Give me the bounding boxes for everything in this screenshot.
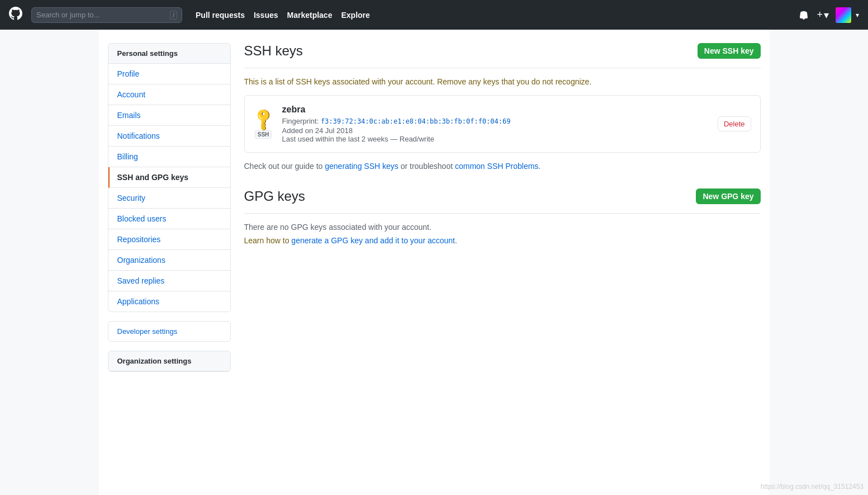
sidebar-item-account[interactable]: Account	[108, 84, 230, 105]
sidebar-item-applications[interactable]: Applications	[108, 291, 230, 312]
no-gpg-keys-text: There are no GPG keys associated with yo…	[244, 223, 761, 232]
key-fingerprint: Fingerprint: f3:39:72:34:0c:ab:e1:e8:04:…	[282, 117, 709, 125]
slash-shortcut: /	[170, 11, 177, 20]
guide-middle: or troubleshoot	[399, 162, 455, 171]
nav-issues[interactable]: Issues	[254, 11, 278, 20]
key-icon: 🔑	[250, 105, 277, 132]
sidebar-item-repositories[interactable]: Repositories	[108, 229, 230, 250]
fingerprint-value: f3:39:72:34:0c:ab:e1:e8:04:bb:3b:fb:0f:f…	[321, 117, 511, 125]
gpg-section-header: GPG keys New GPG key	[244, 188, 761, 214]
generate-gpg-key-link[interactable]: generate a GPG key and add it to your ac…	[291, 236, 455, 245]
organization-settings-section: Organization settings	[108, 351, 231, 372]
new-gpg-key-button[interactable]: New GPG key	[696, 188, 760, 204]
sidebar: Personal settings Profile Account Emails…	[108, 43, 231, 482]
page-layout: Personal settings Profile Account Emails…	[99, 30, 770, 495]
nav-marketplace[interactable]: Marketplace	[287, 11, 333, 20]
notifications-button[interactable]	[798, 8, 810, 22]
key-last-used: Last used within the last 2 weeks — Read…	[282, 135, 709, 143]
top-navigation: / Pull requests Issues Marketplace Explo…	[0, 0, 868, 30]
sidebar-item-notifications[interactable]: Notifications	[108, 126, 230, 147]
generating-ssh-keys-link[interactable]: generating SSH keys	[325, 162, 399, 171]
gpg-section-title: GPG keys	[244, 188, 305, 204]
header-right: + ▾ ▾	[798, 7, 859, 23]
key-icon-area: 🔑 SSH	[254, 110, 273, 139]
organization-settings-header: Organization settings	[108, 351, 230, 371]
search-input[interactable]	[36, 11, 165, 19]
guide-suffix: .	[538, 162, 540, 171]
new-item-button[interactable]: + ▾	[814, 7, 831, 23]
ssh-keys-section: SSH keys New SSH key This is a list of S…	[244, 43, 761, 171]
nav-explore[interactable]: Explore	[341, 11, 369, 20]
common-ssh-problems-link[interactable]: common SSH Problems	[455, 162, 538, 171]
github-logo[interactable]	[9, 7, 22, 23]
user-avatar[interactable]	[836, 7, 851, 23]
watermark: https://blog.csdn.net/qq_31512453	[761, 483, 864, 491]
sidebar-item-organizations[interactable]: Organizations	[108, 250, 230, 271]
ssh-section-header: SSH keys New SSH key	[244, 43, 761, 68]
fingerprint-label: Fingerprint	[282, 117, 317, 125]
personal-settings-section: Personal settings Profile Account Emails…	[108, 43, 231, 312]
ssh-info-text: This is a list of SSH keys associated wi…	[244, 77, 761, 86]
sidebar-item-ssh-gpg-keys[interactable]: SSH and GPG keys	[108, 167, 230, 188]
search-bar[interactable]: /	[31, 7, 182, 23]
header-nav: Pull requests Issues Marketplace Explore	[196, 11, 370, 20]
sidebar-item-billing[interactable]: Billing	[108, 147, 230, 167]
sidebar-item-blocked-users[interactable]: Blocked users	[108, 209, 230, 229]
new-ssh-key-button[interactable]: New SSH key	[698, 43, 761, 59]
gpg-keys-section: GPG keys New GPG key There are no GPG ke…	[244, 188, 761, 245]
sidebar-item-profile[interactable]: Profile	[108, 64, 230, 84]
key-added: Added on 24 Jul 2018	[282, 126, 709, 135]
sidebar-item-emails[interactable]: Emails	[108, 105, 230, 126]
learn-suffix: .	[455, 236, 457, 245]
key-details: zebra Fingerprint: f3:39:72:34:0c:ab:e1:…	[282, 105, 709, 143]
main-content: SSH keys New SSH key This is a list of S…	[244, 43, 761, 482]
ssh-section-title: SSH keys	[244, 43, 303, 59]
guide-text: Check out our guide to generating SSH ke…	[244, 162, 761, 171]
sidebar-item-security[interactable]: Security	[108, 188, 230, 209]
avatar-chevron-icon[interactable]: ▾	[856, 11, 859, 19]
learn-gpg-text: Learn how to generate a GPG key and add …	[244, 236, 761, 245]
new-chevron-icon: ▾	[824, 9, 829, 21]
nav-pull-requests[interactable]: Pull requests	[196, 11, 245, 20]
learn-prefix: Learn how to	[244, 236, 292, 245]
sidebar-item-saved-replies[interactable]: Saved replies	[108, 271, 230, 291]
guide-prefix: Check out our guide to	[244, 162, 325, 171]
plus-icon: +	[817, 9, 823, 21]
developer-settings-section: Developer settings	[108, 321, 231, 342]
ssh-key-card: 🔑 SSH zebra Fingerprint: f3:39:72:34:0c:…	[244, 95, 761, 153]
delete-key-button[interactable]: Delete	[718, 116, 751, 131]
developer-settings-link[interactable]: Developer settings	[108, 322, 230, 341]
personal-settings-header: Personal settings	[108, 44, 230, 64]
key-name: zebra	[282, 105, 709, 115]
